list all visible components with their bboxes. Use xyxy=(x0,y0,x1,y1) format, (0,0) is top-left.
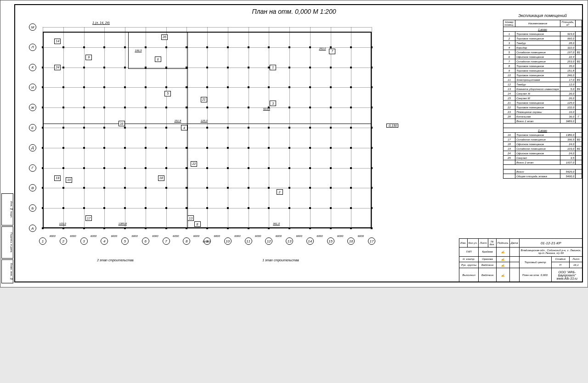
room-num: 14 xyxy=(54,39,61,44)
schedule-title: Экспликация помещений xyxy=(503,13,582,18)
floor-plan: 1234567891011121314151617АБВГДЕЖИКЛМ4000… xyxy=(43,27,372,228)
dim: 923,0 xyxy=(263,107,270,110)
axis-letter: М xyxy=(29,23,36,31)
room-num: 19 xyxy=(54,175,61,181)
room-num: 10 xyxy=(66,177,72,183)
axis-number: 12 xyxy=(265,237,272,245)
room-num: 13 xyxy=(187,215,194,221)
room-num: 6 xyxy=(155,56,161,62)
room-num: 16 xyxy=(119,121,125,126)
axis-number: 5 xyxy=(121,237,129,245)
axis-letter: В xyxy=(29,184,36,192)
room-schedule: Экспликация помещений Номер помещ. Наиме… xyxy=(503,13,582,179)
axis-number: 4 xyxy=(101,237,108,245)
axis-letter: Е xyxy=(29,124,36,131)
room-num: 4 xyxy=(181,125,187,130)
room-num: 5 xyxy=(164,91,171,96)
room-num: 1 xyxy=(270,65,276,70)
axis-number: 14 xyxy=(306,237,314,245)
schedule-table: Номер помещ. Наименование Площадь, м² 1 … xyxy=(503,20,582,179)
drawing-title: План на отм. 0,000 М 1:200 xyxy=(0,8,588,15)
room-num: 8 xyxy=(194,221,201,227)
dim: 961,0 xyxy=(273,222,280,225)
axis-letter: Л xyxy=(29,44,36,51)
dim: 125,0 xyxy=(201,119,208,122)
dim: 253,0 xyxy=(319,47,326,50)
axis-number: 11 xyxy=(245,237,252,245)
side-label: Инв. № подл. xyxy=(1,193,13,225)
room-num: 9 xyxy=(85,55,92,60)
section-note: 1 (л. 14, 24) xyxy=(92,21,110,24)
dim: 1385,8 xyxy=(119,222,127,225)
axis-letter: Ж xyxy=(29,104,36,111)
axis-number: 10 xyxy=(224,237,232,245)
axis-number: 1 xyxy=(39,237,46,245)
axis-letter: А xyxy=(29,225,36,232)
side-label: Подпись и дата xyxy=(1,226,13,259)
room-num: 26 xyxy=(161,34,168,40)
axis-number: 8 xyxy=(183,237,190,245)
side-label: Взам. инв. № xyxy=(1,259,13,283)
axis-letter: Г xyxy=(29,164,36,172)
dim: 103,0 xyxy=(59,222,66,225)
room-num: 17 xyxy=(85,215,92,221)
axis-number: 13 xyxy=(286,237,293,245)
room-num: 22 xyxy=(191,161,197,167)
title-block: Изм. Кол.уч. Лист № док. Подпись Дата 01… xyxy=(459,238,583,282)
room-num: 3 xyxy=(270,101,276,106)
room-num: 24 xyxy=(54,65,61,70)
room-num: 2 xyxy=(277,189,283,195)
axis-letter: Б xyxy=(29,204,36,212)
room-num: 18 xyxy=(158,175,164,181)
axis-letter: Д xyxy=(29,144,36,152)
room-num: 21 xyxy=(201,97,207,102)
axis-number: 2 xyxy=(60,237,67,245)
dim: 196,5 xyxy=(135,49,141,52)
stage-label: 1 этап строительства xyxy=(262,259,299,262)
axis-number: 15 xyxy=(327,237,334,245)
axis-number: 7 xyxy=(163,237,170,245)
axis-number: 17 xyxy=(368,237,375,245)
axis-letter: К xyxy=(29,64,36,71)
axis-number: 6 xyxy=(142,237,149,245)
elev-mark: -0,150 xyxy=(386,124,398,128)
axis-number: 3 xyxy=(80,237,88,245)
stage-label: 2 этап строительства xyxy=(97,259,133,262)
dim: 151,8 xyxy=(174,119,181,122)
drawing-sheet: Инв. № подл. Подпись и дата Взам. инв. №… xyxy=(0,0,588,287)
axis-letter: И xyxy=(29,84,36,91)
room-num: 7 xyxy=(329,49,335,54)
axis-number: 16 xyxy=(347,237,355,245)
